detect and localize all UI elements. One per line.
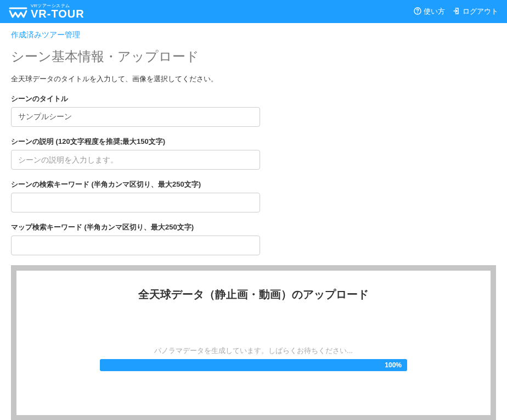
scene-keywords-input[interactable] xyxy=(11,193,260,212)
progress-message: パノラマデータを生成しています。しばらくお待ちください... xyxy=(100,346,407,356)
brand-logo[interactable]: VRツアーシステム VR-TOUR xyxy=(9,4,84,19)
help-label: 使い方 xyxy=(424,7,445,16)
scene-keywords-label: シーンの検索キーワード (半角カンマ区切り、最大250文字) xyxy=(11,180,496,189)
scene-description-label: シーンの説明 (120文字程度を推奨;最大150文字) xyxy=(11,137,496,147)
svg-point-1 xyxy=(417,12,418,13)
upload-panel: 全天球データ（静止画・動画）のアップロード パノラマデータを生成しています。しば… xyxy=(11,265,496,420)
map-keywords-input[interactable] xyxy=(11,236,260,255)
top-bar: VRツアーシステム VR-TOUR 使い方 ログアウト xyxy=(0,0,507,23)
brand-name: VR-TOUR xyxy=(31,8,84,19)
help-link[interactable]: 使い方 xyxy=(414,7,445,16)
logout-link[interactable]: ログアウト xyxy=(453,7,498,16)
top-actions: 使い方 ログアウト xyxy=(414,7,498,16)
upload-title: 全天球データ（静止画・動画）のアップロード xyxy=(27,287,480,302)
map-keywords-label: マップ検索キーワード (半角カンマ区切り、最大250文字) xyxy=(11,222,496,232)
field-scene-title: シーンのタイトル xyxy=(11,94,496,127)
scene-title-label: シーンのタイトル xyxy=(11,94,496,104)
progress-percent: 100% xyxy=(385,361,402,369)
logout-icon xyxy=(453,7,460,16)
field-scene-keywords: シーンの検索キーワード (半角カンマ区切り、最大250文字) xyxy=(11,180,496,212)
breadcrumb[interactable]: 作成済みツアー管理 xyxy=(11,30,80,40)
content-area: 作成済みツアー管理 シーン基本情報・アップロード 全天球データのタイトルを入力し… xyxy=(0,23,507,420)
progress-bar: 100% xyxy=(100,359,407,371)
scene-description-input[interactable] xyxy=(11,150,260,170)
progress-container: パノラマデータを生成しています。しばらくお待ちください... 100% xyxy=(100,346,407,371)
scene-title-input[interactable] xyxy=(11,107,260,127)
page-title: シーン基本情報・アップロード xyxy=(11,48,496,65)
help-icon xyxy=(414,7,421,16)
logout-label: ログアウト xyxy=(463,7,498,16)
brand-glyph-icon xyxy=(9,7,27,19)
field-scene-description: シーンの説明 (120文字程度を推奨;最大150文字) xyxy=(11,137,496,170)
instruction-text: 全天球データのタイトルを入力して、画像を選択してください。 xyxy=(11,74,496,84)
field-map-keywords: マップ検索キーワード (半角カンマ区切り、最大250文字) xyxy=(11,222,496,255)
